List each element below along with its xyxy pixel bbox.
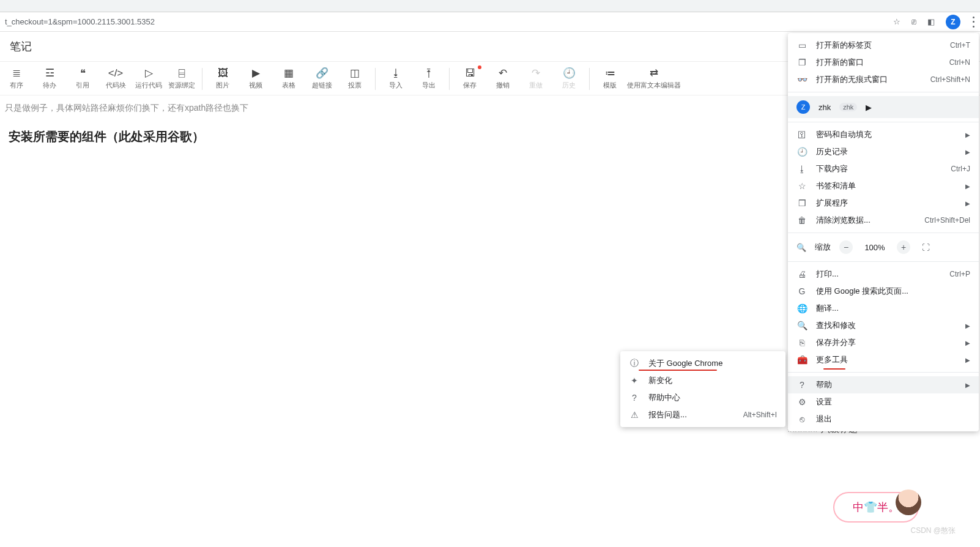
menu-save-share[interactable]: ⎘保存并分享▶: [788, 334, 979, 351]
zoom-in-button[interactable]: +: [897, 240, 910, 254]
toolbar-icon: ≔: [605, 68, 615, 78]
profile-avatar[interactable]: Z: [946, 15, 960, 29]
chrome-menu-button[interactable]: [971, 17, 975, 28]
menu-profile[interactable]: Z zhk zhk ▶: [788, 96, 979, 118]
menu-downloads[interactable]: ⭳下载内容Ctrl+J: [788, 160, 979, 177]
toolbar-引用[interactable]: ❝引用: [66, 64, 99, 94]
toolbar-模版[interactable]: ≔模版: [593, 64, 626, 94]
google-icon: G: [796, 286, 807, 296]
toolbar-icon: ⌸: [179, 68, 185, 78]
tools-icon: 🧰: [796, 355, 807, 365]
toolbar-超链接[interactable]: 🔗超链接: [305, 64, 338, 94]
help-icon: ?: [796, 380, 807, 390]
toolbar-label: 历史: [562, 81, 576, 90]
toolbar-icon: 🖫: [465, 68, 475, 78]
toolbar-导入[interactable]: ⭳导入: [379, 64, 412, 94]
toolbar-label: 保存: [463, 81, 477, 90]
toolbar-icon: 🕘: [563, 68, 576, 78]
profile-badge: zhk: [839, 103, 857, 111]
toolbar-撤销[interactable]: ↶撤销: [486, 64, 519, 94]
toolbar-有序[interactable]: ≣有序: [0, 64, 33, 94]
chevron-right-icon: ▶: [866, 103, 872, 112]
reading-list-icon[interactable]: ⎚: [911, 17, 916, 26]
toolbar-label: 资源绑定: [168, 81, 195, 90]
promo-bubble[interactable]: 中👕半。: [833, 492, 919, 523]
menu-history[interactable]: 🕘历史记录▶: [788, 143, 979, 160]
submenu-whatsnew[interactable]: ✦新变化: [620, 372, 785, 389]
toolbar-label: 投票: [348, 81, 362, 90]
toolbar-label: 引用: [76, 81, 89, 90]
menu-new-window[interactable]: ❐打开新的窗口Ctrl+N: [788, 54, 979, 71]
toolbar-label: 代码块: [106, 81, 126, 90]
toolbar-代码块[interactable]: </>代码块: [99, 64, 132, 94]
toolbar-icon: ↶: [499, 68, 507, 78]
side-panel-icon[interactable]: ◧: [927, 17, 935, 26]
submenu-report[interactable]: ⚠报告问题...Alt+Shift+I: [620, 406, 785, 423]
toolbar-视频[interactable]: ▶视频: [239, 64, 272, 94]
menu-settings[interactable]: ⚙设置: [788, 393, 979, 411]
translate-icon: 🌐: [796, 303, 807, 313]
exit-icon: ⎋: [796, 414, 807, 424]
toolbar-icon: ⇄: [650, 68, 658, 78]
toolbar-保存[interactable]: 🖫保存: [453, 64, 486, 94]
find-icon: 🔍: [796, 321, 807, 330]
watermark: CSDN @憨张: [910, 526, 956, 536]
toolbar-label: 运行代码: [135, 81, 162, 90]
menu-extensions[interactable]: ❒扩展程序▶: [788, 195, 979, 212]
menu-incognito[interactable]: 👓打开新的无痕式窗口Ctrl+Shift+N: [788, 71, 979, 88]
menu-help[interactable]: ?帮助▶: [788, 376, 979, 393]
menu-bookmarks[interactable]: ☆书签和清单▶: [788, 177, 979, 195]
toolbar-label: 撤销: [496, 81, 510, 90]
url-text[interactable]: t_checkout=1&spm=1000.2115.3001.5352: [5, 17, 888, 26]
download-icon: ⭳: [796, 164, 807, 174]
trash-icon: 🗑: [796, 215, 807, 225]
menu-translate[interactable]: 🌐翻译...: [788, 300, 979, 317]
key-icon: ⚿: [796, 130, 807, 140]
annotation-redline-help: [823, 368, 845, 370]
menu-find[interactable]: 🔍查找和修改▶: [788, 317, 979, 334]
toolbar-icon: ⭱: [424, 68, 434, 78]
bookmark-star-icon[interactable]: ☆: [893, 17, 900, 26]
menu-more-tools[interactable]: 🧰更多工具▶: [788, 351, 979, 368]
toolbar-使用富文本编辑器[interactable]: ⇄使用富文本编辑器: [626, 64, 681, 94]
share-icon: ⎘: [796, 338, 807, 348]
menu-print[interactable]: 🖨打印...Ctrl+P: [788, 266, 979, 283]
menu-clear-data[interactable]: 🗑清除浏览数据...Ctrl+Shift+Del: [788, 212, 979, 229]
menu-new-tab[interactable]: ▭打开新的标签页Ctrl+T: [788, 37, 979, 54]
toolbar-label: 表格: [282, 81, 295, 90]
toolbar-icon: 🖼: [218, 68, 228, 78]
fullscreen-icon[interactable]: ⛶: [919, 240, 932, 254]
annotation-redline-about: [639, 370, 717, 371]
toolbar-icon: ▶: [252, 68, 260, 78]
toolbar-运行代码[interactable]: ▷运行代码: [132, 64, 165, 94]
url-bar: t_checkout=1&spm=1000.2115.3001.5352 ☆ ⎚…: [0, 12, 980, 32]
toolbar-重做[interactable]: ↷重做: [519, 64, 552, 94]
menu-google-search[interactable]: G使用 Google 搜索此页面...: [788, 283, 979, 300]
toolbar-icon: ▦: [284, 68, 294, 78]
toolbar-投票[interactable]: ◫投票: [338, 64, 371, 94]
star-icon: ☆: [796, 181, 807, 191]
toolbar-图片[interactable]: 🖼图片: [206, 64, 239, 94]
menu-zoom: 🔍 缩放 − 100% + ⛶: [788, 237, 979, 258]
history-icon: 🕘: [796, 147, 807, 157]
toolbar-历史[interactable]: 🕘历史: [552, 64, 585, 94]
toolbar-label: 视频: [249, 81, 262, 90]
zoom-percent: 100%: [861, 243, 888, 252]
submenu-help-center[interactable]: ?帮助中心: [620, 389, 785, 406]
menu-exit[interactable]: ⎋退出: [788, 411, 979, 428]
toolbar-icon: ↷: [532, 68, 540, 78]
zoom-out-button[interactable]: −: [839, 240, 853, 254]
toolbar-label: 重做: [529, 81, 543, 90]
toolbar-label: 导入: [389, 81, 403, 90]
toolbar-表格[interactable]: ▦表格: [272, 64, 305, 94]
tab-icon: ▭: [796, 40, 807, 50]
profile-avatar-small: Z: [796, 100, 810, 114]
toolbar-icon: ▷: [145, 68, 153, 78]
toolbar-label: 模版: [603, 81, 617, 90]
toolbar-资源绑定[interactable]: ⌸资源绑定: [165, 64, 198, 94]
toolbar-导出[interactable]: ⭱导出: [412, 64, 445, 94]
toolbar-待办[interactable]: ☲待办: [33, 64, 66, 94]
menu-passwords[interactable]: ⚿密码和自动填充▶: [788, 126, 979, 143]
toolbar-label: 使用富文本编辑器: [627, 81, 681, 90]
toolbar-icon: ☲: [45, 68, 54, 78]
